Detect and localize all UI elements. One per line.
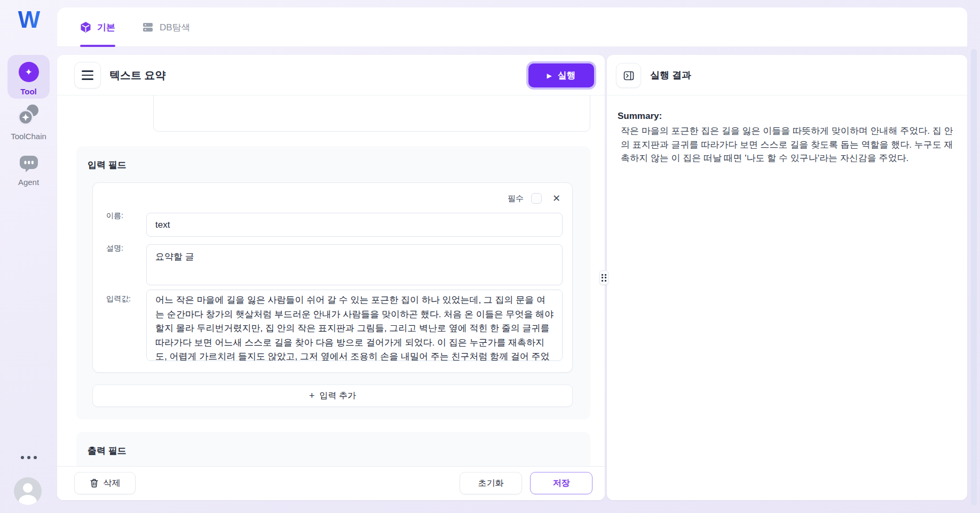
remove-field-icon[interactable]: ✕ (552, 194, 560, 203)
save-button[interactable]: 저장 (530, 472, 592, 494)
editor-scroll-area: 입력 필드 필수 ✕ 이름: 설명: 요약할 글 입력값: 어느 작은 마을에 … (57, 95, 605, 466)
delete-button[interactable]: 삭제 (74, 472, 136, 494)
play-icon: ▶ (547, 72, 551, 79)
panel-right-icon (623, 70, 635, 82)
sidebar-item-label: Agent (7, 178, 50, 187)
run-result-panel: 실행 결과 Summary: 작은 마을의 포근한 집은 길을 잃은 이들을 따… (607, 55, 967, 500)
menu-hamburger-button[interactable] (74, 62, 101, 89)
user-avatar[interactable] (14, 477, 42, 505)
sidebar-item-label: Tool (7, 87, 50, 96)
sidebar: W ✦ Tool ToolChain Agent (0, 0, 57, 513)
app-logo[interactable]: W (0, 6, 57, 33)
description-label: 설명: (106, 244, 123, 253)
sidebar-item-agent[interactable]: Agent (7, 155, 50, 187)
tab-db-explore[interactable]: DB탐색 (142, 7, 191, 47)
avatar-person-icon (23, 483, 33, 493)
panel-resize-handle[interactable] (599, 270, 608, 285)
run-button[interactable]: ▶ 실행 (528, 63, 594, 87)
trash-icon (90, 478, 99, 488)
input-fields-section: 입력 필드 필수 ✕ 이름: 설명: 요약할 글 입력값: 어느 작은 마을에 … (76, 146, 590, 420)
database-icon (142, 21, 154, 33)
name-input[interactable] (146, 213, 563, 237)
sidebar-item-label: ToolChain (7, 132, 50, 141)
input-value-textarea[interactable]: 어느 작은 마을에 길을 잃은 사람들이 쉬어 갈 수 있는 포근한 집이 하나… (146, 290, 563, 361)
sidebar-item-toolchain[interactable]: ToolChain (7, 103, 50, 141)
tab-basic[interactable]: 기본 (80, 7, 115, 47)
result-output: Summary: 작은 마을의 포근한 집은 길을 잃은 이들을 따뜻하게 맞이… (607, 95, 967, 165)
result-title: 실행 결과 (650, 55, 691, 95)
required-checkbox[interactable] (531, 193, 542, 204)
input-value-label: 입력값: (106, 294, 131, 304)
tool-title: 텍스트 요약 (109, 55, 166, 95)
name-label: 이름: (106, 211, 123, 221)
collapse-panel-button[interactable] (616, 63, 641, 88)
toolchain-icon (7, 103, 50, 127)
tab-label: 기본 (97, 21, 115, 34)
plus-icon: + (309, 390, 315, 402)
tool-editor-header: 텍스트 요약 ▶ 실행 (57, 55, 605, 95)
input-field-card: 필수 ✕ 이름: 설명: 요약할 글 입력값: 어느 작은 마을에 길을 잃은 … (92, 182, 573, 373)
top-tab-bar: 기본 DB탐색 (57, 7, 967, 47)
summary-label: Summary: (618, 111, 954, 122)
sidebar-item-tool[interactable]: ✦ Tool (7, 55, 50, 99)
output-fields-section: 출력 필드 (76, 432, 590, 466)
section-title: 출력 필드 (88, 445, 127, 457)
reset-button[interactable]: 초기화 (460, 472, 522, 494)
page-scrollbar[interactable] (971, 49, 977, 506)
summary-text: 작은 마을의 포근한 집은 길을 잃은 이들을 따뜻하게 맞이하며 안내해 주었… (621, 124, 954, 165)
tool-sparkle-icon: ✦ (19, 62, 39, 82)
cube-icon (80, 21, 91, 33)
section-title: 입력 필드 (88, 159, 127, 171)
active-tab-underline (80, 45, 115, 47)
sidebar-more-menu[interactable] (0, 456, 57, 459)
tool-editor-panel: 텍스트 요약 ▶ 실행 입력 필드 필수 ✕ 이름: 설명: 요약할 글 입력값… (57, 55, 605, 500)
agent-chat-icon (7, 155, 50, 173)
tab-label: DB탐색 (160, 21, 191, 34)
required-label: 필수 (508, 194, 524, 204)
add-input-button[interactable]: + 입력 추가 (92, 384, 573, 407)
description-input[interactable]: 요약할 글 (146, 244, 563, 285)
scrolled-field-partial[interactable] (153, 95, 590, 132)
result-header: 실행 결과 (607, 55, 967, 95)
editor-footer-bar: 삭제 초기화 저장 (57, 466, 605, 500)
